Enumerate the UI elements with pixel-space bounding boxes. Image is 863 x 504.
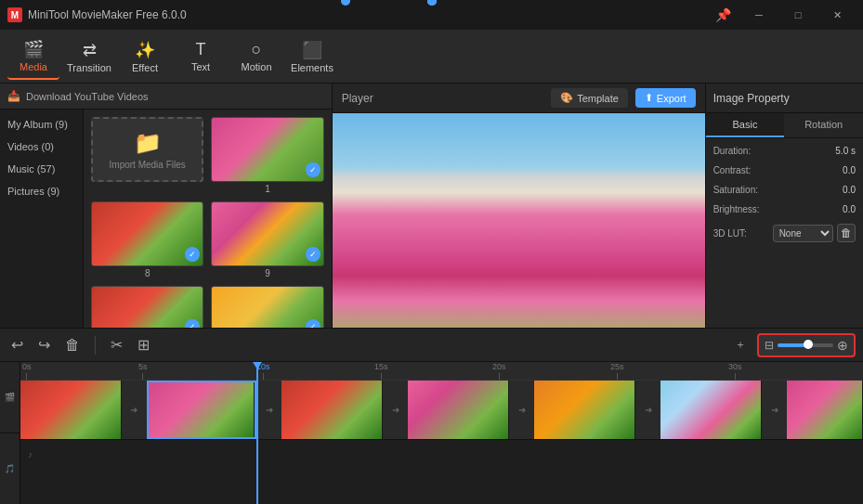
timeline-panel: ↩ ↪ 🗑 ✂ ⊞ ＋ ⊟ ⊕ Zoom to Fit Timeline 🎬 🎵 <box>0 328 863 504</box>
timeline-area: 🎬 🎵 0s 5s 10s 15s <box>0 362 863 504</box>
check-badge-9: ✓ <box>306 247 320 262</box>
duration-row: Duration: 5.0 s <box>713 146 856 156</box>
lut-control: None 🗑 <box>773 224 856 242</box>
app-icon: M <box>7 7 22 22</box>
transition-icon: ⇄ <box>83 40 97 60</box>
import-thumb: 📁 Import Media Files <box>91 117 203 182</box>
template-button[interactable]: 🎨 Template <box>551 88 628 108</box>
pin-icon: 📌 <box>715 7 731 22</box>
ruler-tick-5s <box>142 373 143 380</box>
ruler-mark-30s: 30s <box>728 362 742 380</box>
player-header: Player 🎨 Template ⬆ Export <box>333 84 705 113</box>
zoom-dot <box>804 340 813 349</box>
sidebar-item-videos[interactable]: Videos (0) <box>0 136 83 158</box>
redo-button[interactable]: ↪ <box>34 332 54 357</box>
clip-thumb-1 <box>20 381 122 439</box>
timeline-ruler: 0s 5s 10s 15s 20s <box>20 362 863 381</box>
props-header: Image Property <box>706 84 863 113</box>
clip-transition-1: ➜ <box>122 381 147 439</box>
ruler-tick-15s <box>381 373 382 380</box>
minimize-button[interactable]: ─ <box>740 0 778 30</box>
video-clip-1[interactable] <box>20 381 122 439</box>
toolbar-motion-label: Motion <box>241 61 271 72</box>
template-label: Template <box>577 93 619 104</box>
brightness-label: Brightness: <box>713 204 773 214</box>
video-clip-2[interactable] <box>147 381 256 439</box>
ruler-mark-25s: 25s <box>610 362 624 380</box>
media-label-9: 9 <box>211 268 323 278</box>
zoom-slider[interactable] <box>778 343 833 347</box>
toolbar-text-label: Text <box>191 61 210 72</box>
close-button[interactable]: ✕ <box>818 0 856 30</box>
ruler-label-0s: 0s <box>22 362 32 371</box>
ruler-mark-5s: 5s <box>138 362 148 380</box>
download-label: Download YouTube Videos <box>26 91 149 102</box>
media-icon: 🎬 <box>23 39 44 59</box>
cut-button[interactable]: ✂ <box>107 332 126 357</box>
duration-value: 5.0 s <box>830 146 856 156</box>
toolbar-separator-1 <box>95 336 96 355</box>
export-button[interactable]: ⬆ Export <box>635 88 696 108</box>
download-bar[interactable]: 📥 Download YouTube Videos <box>0 84 332 110</box>
saturation-value: 0.0 <box>830 185 856 195</box>
export-label: Export <box>657 93 686 104</box>
clip-thumb-2 <box>149 382 255 437</box>
delete-button[interactable]: 🗑 <box>61 333 84 357</box>
sidebar-item-pictures[interactable]: Pictures (9) <box>0 180 83 202</box>
import-label: Import Media Files <box>110 160 186 170</box>
video-clip-6[interactable] <box>660 381 762 439</box>
clip-transition-5: ➜ <box>635 381 660 439</box>
toolbar-effect-label: Effect <box>132 62 158 73</box>
ruler-label-20s: 20s <box>492 362 506 371</box>
import-media-item[interactable]: 📁 Import Media Files <box>91 117 203 194</box>
tab-rotation[interactable]: Rotation <box>784 113 863 137</box>
sidebar-item-music[interactable]: Music (57) <box>0 158 83 180</box>
saturation-label: Saturation: <box>713 185 773 195</box>
video-clip-5[interactable] <box>534 381 635 439</box>
window-controls: ─ □ ✕ <box>740 0 856 30</box>
toolbar-motion[interactable]: ○ Motion <box>230 33 282 80</box>
zoom-in-icon[interactable]: ⊕ <box>837 338 848 353</box>
ruler-label-5s: 5s <box>138 362 148 371</box>
elements-icon: ⬛ <box>302 40 322 60</box>
lut-select[interactable]: None <box>773 225 833 242</box>
timeline-content: 0s 5s 10s 15s 20s <box>20 362 863 504</box>
video-clip-7[interactable] <box>787 381 863 439</box>
media-item-8[interactable]: ✓ 8 <box>91 201 203 278</box>
folder-icon: 📁 <box>134 130 162 156</box>
media-item-1[interactable]: ✓ 1 <box>211 117 323 194</box>
text-icon: T <box>196 40 206 59</box>
toolbar-text[interactable]: T Text <box>175 33 227 80</box>
zoom-out-icon[interactable]: ⊟ <box>765 339 774 352</box>
add-track-button[interactable]: ＋ <box>731 333 750 356</box>
toolbar: 🎬 Media ⇄ Transition ✨ Effect T Text ○ M… <box>0 30 863 84</box>
contrast-label: Contrast: <box>713 165 773 175</box>
undo-button[interactable]: ↩ <box>7 332 27 357</box>
brightness-value: 0.0 <box>830 204 856 214</box>
clip-thumb-7 <box>787 381 863 439</box>
toolbar-transition-label: Transition <box>67 62 111 73</box>
sidebar-item-myalbum[interactable]: My Album (9) <box>0 113 83 136</box>
maximize-button[interactable]: □ <box>779 0 817 30</box>
toolbar-media[interactable]: 🎬 Media <box>7 33 59 80</box>
toolbar-elements[interactable]: ⬛ Elements <box>286 33 338 80</box>
lut-delete-button[interactable]: 🗑 <box>837 224 856 242</box>
audio-track-empty: ♪ <box>28 449 33 459</box>
ruler-tick-0s <box>26 373 27 380</box>
video-clip-4[interactable] <box>408 381 509 439</box>
effect-icon: ✨ <box>135 40 155 60</box>
clip-thumb-4 <box>408 381 509 439</box>
tab-basic[interactable]: Basic <box>706 113 785 137</box>
video-clip-3[interactable] <box>281 381 383 439</box>
export-icon: ⬆ <box>645 92 653 104</box>
clip-thumb-6 <box>660 381 762 439</box>
saturation-row: Saturation: 0.0 <box>713 185 856 195</box>
media-item-9[interactable]: ✓ 9 <box>211 201 323 278</box>
toolbar-effect[interactable]: ✨ Effect <box>119 33 171 80</box>
toolbar-media-label: Media <box>20 61 47 72</box>
crop-button[interactable]: ⊞ <box>134 332 153 357</box>
ruler-mark-0s: 0s <box>22 362 32 380</box>
toolbar-transition[interactable]: ⇄ Transition <box>63 33 115 80</box>
ruler-tick-10s <box>263 373 264 380</box>
clip-transition-4: ➜ <box>509 381 534 439</box>
